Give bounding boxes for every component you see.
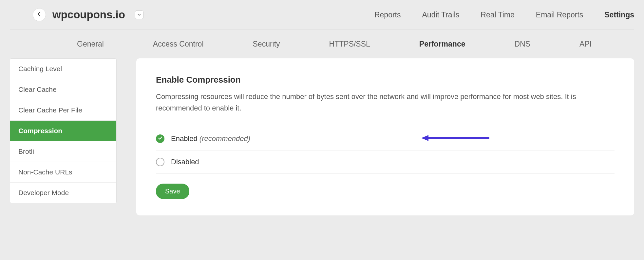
radio-disabled[interactable] <box>156 158 164 166</box>
tab-general[interactable]: General <box>77 40 104 49</box>
nav-audit-trails[interactable]: Audit Trails <box>422 10 460 19</box>
sidebar: Caching Level Clear Cache Clear Cache Pe… <box>10 58 117 203</box>
nav-settings[interactable]: Settings <box>604 10 634 19</box>
save-button[interactable]: Save <box>156 184 189 199</box>
panel-title: Enable Compression <box>156 75 615 85</box>
settings-tabs: General Access Control Security HTTPS/SS… <box>0 30 644 58</box>
tab-security[interactable]: Security <box>253 40 280 49</box>
arrow-left-icon <box>37 11 42 18</box>
svg-marker-1 <box>421 135 428 141</box>
tab-access-control[interactable]: Access Control <box>153 40 204 49</box>
sidebar-item-compression[interactable]: Compression <box>10 121 116 141</box>
tab-https-ssl[interactable]: HTTPS/SSL <box>329 40 370 49</box>
sidebar-item-brotli[interactable]: Brotli <box>10 141 116 162</box>
annotation-arrow-icon <box>421 134 490 143</box>
caret-down-icon <box>138 12 141 18</box>
top-nav: Reports Audit Trails Real Time Email Rep… <box>374 10 634 19</box>
tab-performance[interactable]: Performance <box>419 40 465 49</box>
back-button[interactable] <box>33 8 46 21</box>
radio-enabled[interactable] <box>156 134 164 143</box>
tab-api[interactable]: API <box>579 40 592 49</box>
site-dropdown-toggle[interactable] <box>135 10 143 19</box>
sidebar-item-clear-cache[interactable]: Clear Cache <box>10 79 116 100</box>
nav-reports[interactable]: Reports <box>374 10 401 19</box>
tab-dns[interactable]: DNS <box>514 40 530 49</box>
option-enabled-label: Enabled (recommended) <box>171 134 250 143</box>
sidebar-item-developer-mode[interactable]: Developer Mode <box>10 183 116 203</box>
option-enabled-row: Enabled (recommended) <box>156 127 615 150</box>
settings-panel: Enable Compression Compressing resources… <box>136 58 634 215</box>
check-icon <box>158 136 162 142</box>
option-disabled-row: Disabled <box>156 150 615 174</box>
header: wpcoupons.io Reports Audit Trails Real T… <box>0 0 644 30</box>
panel-description: Compressing resources will reduce the nu… <box>156 91 615 114</box>
site-title: wpcoupons.io <box>52 9 125 21</box>
option-disabled-label: Disabled <box>171 158 199 166</box>
sidebar-item-clear-cache-per-file[interactable]: Clear Cache Per File <box>10 100 116 121</box>
sidebar-item-non-cache-urls[interactable]: Non-Cache URLs <box>10 162 116 183</box>
sidebar-item-caching-level[interactable]: Caching Level <box>10 59 116 79</box>
nav-email-reports[interactable]: Email Reports <box>536 10 583 19</box>
nav-real-time[interactable]: Real Time <box>481 10 515 19</box>
